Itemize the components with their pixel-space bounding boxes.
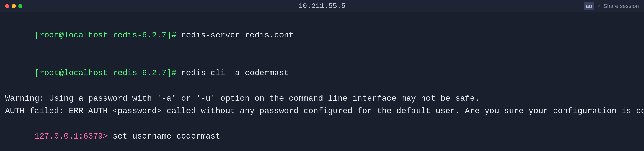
redis-prompt: 127.0.0.1:6379> xyxy=(34,132,113,141)
prompt: [root@localhost redis-6.2.7]# xyxy=(34,31,181,40)
minimize-button[interactable] xyxy=(12,4,16,8)
share-label: Share session xyxy=(603,3,639,9)
au-badge: au xyxy=(584,2,594,10)
close-button[interactable] xyxy=(5,4,9,8)
title-right-controls: au ⇗ Share session xyxy=(584,2,639,10)
warning-line: Warning: Using a password with '-a' or '… xyxy=(5,92,639,105)
terminal-line: [root@localhost redis-6.2.7]# redis-serv… xyxy=(5,16,639,54)
terminal-line: [root@localhost redis-6.2.7]# redis-cli … xyxy=(5,54,639,92)
terminal-line: 127.0.0.1:6379> set username codermast xyxy=(5,118,639,151)
error-line: AUTH failed: ERR AUTH <password> called … xyxy=(5,105,639,118)
maximize-button[interactable] xyxy=(18,4,22,8)
terminal-window: 10.211.55.5 au ⇗ Share session [root@loc… xyxy=(0,0,644,151)
window-title: 10.211.55.5 xyxy=(299,2,346,10)
share-icon: ⇗ xyxy=(597,3,602,9)
command-text: redis-server redis.conf xyxy=(181,31,294,40)
traffic-lights xyxy=(5,4,22,8)
title-bar: 10.211.55.5 au ⇗ Share session xyxy=(0,0,644,12)
terminal-content: [root@localhost redis-6.2.7]# redis-serv… xyxy=(0,12,644,151)
command-text: redis-cli -a codermast xyxy=(181,68,289,78)
share-session-button[interactable]: ⇗ Share session xyxy=(597,3,639,9)
prompt: [root@localhost redis-6.2.7]# xyxy=(34,68,181,78)
command-text: set username codermast xyxy=(113,132,220,141)
